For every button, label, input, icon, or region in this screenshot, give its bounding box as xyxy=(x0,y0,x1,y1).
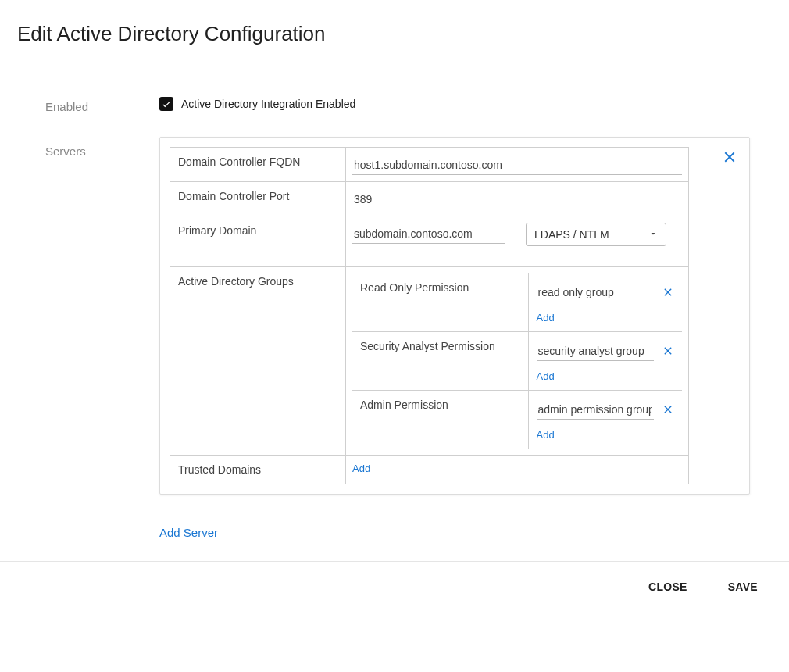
label-trusted-domains: Trusted Domains xyxy=(170,456,346,484)
remove-group-admin[interactable] xyxy=(662,403,674,416)
add-server-link[interactable]: Add Server xyxy=(159,526,750,539)
enabled-checkbox-label: Active Directory Integration Enabled xyxy=(181,98,355,110)
server-card: Domain Controller FQDN Domain Controller… xyxy=(159,137,750,495)
label-port: Domain Controller Port xyxy=(170,182,346,216)
add-group-analyst[interactable]: Add xyxy=(537,370,555,382)
group-input-analyst[interactable] xyxy=(537,340,655,361)
close-button[interactable]: CLOSE xyxy=(645,576,691,598)
close-icon xyxy=(662,403,674,416)
primary-domain-input[interactable] xyxy=(352,223,505,244)
fqdn-input[interactable] xyxy=(352,154,682,175)
add-group-admin[interactable]: Add xyxy=(537,429,555,441)
label-servers: Servers xyxy=(45,137,159,539)
group-input-readonly[interactable] xyxy=(537,281,655,302)
perm-label-readonly: Read Only Permission xyxy=(352,273,528,332)
add-trusted-domain[interactable]: Add xyxy=(352,463,370,474)
chevron-down-icon xyxy=(648,229,658,241)
close-icon xyxy=(662,345,674,357)
auth-mode-value: LDAPS / NTLM xyxy=(534,228,609,241)
label-primary-domain: Primary Domain xyxy=(170,216,346,267)
perm-label-analyst: Security Analyst Permission xyxy=(352,332,528,391)
close-icon xyxy=(662,286,674,298)
label-ad-groups: Active Directory Groups xyxy=(170,267,346,456)
close-icon xyxy=(721,148,738,166)
group-input-admin[interactable] xyxy=(537,399,655,420)
label-enabled: Enabled xyxy=(45,92,159,113)
port-input[interactable] xyxy=(352,188,682,209)
label-fqdn: Domain Controller FQDN xyxy=(170,148,346,182)
add-group-readonly[interactable]: Add xyxy=(537,312,555,323)
remove-server-button[interactable] xyxy=(721,148,738,168)
remove-group-analyst[interactable] xyxy=(662,345,674,357)
perm-label-admin: Admin Permission xyxy=(352,391,528,449)
save-button[interactable]: SAVE xyxy=(725,576,761,598)
auth-mode-select[interactable]: LDAPS / NTLM xyxy=(526,223,666,246)
remove-group-readonly[interactable] xyxy=(662,286,674,298)
page-title: Edit Active Directory Configuration xyxy=(17,22,789,46)
check-icon xyxy=(161,98,172,109)
enabled-checkbox[interactable] xyxy=(159,97,173,111)
